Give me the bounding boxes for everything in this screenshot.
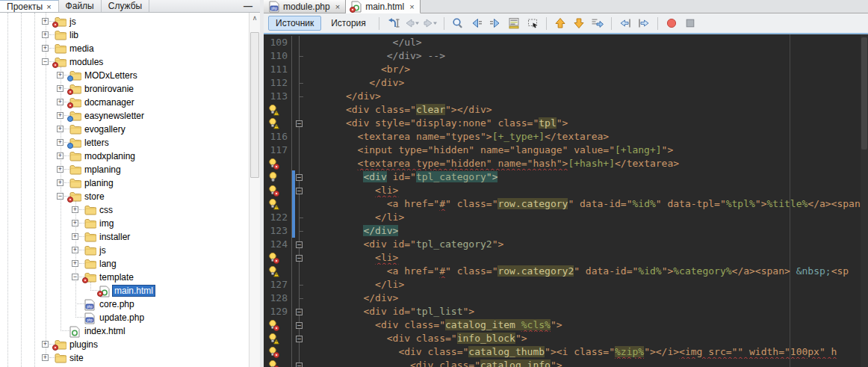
collapse-icon[interactable]: − [42, 58, 49, 65]
history-view-button[interactable]: История [323, 16, 373, 31]
code-line[interactable]: −<div id="tpl_category"> [264, 170, 861, 184]
tree-item-bronirovanie[interactable]: +bronirovanie [0, 82, 249, 96]
expand-icon[interactable]: + [57, 112, 63, 119]
tab-projects[interactable]: Проекты × [0, 0, 59, 12]
rect-select-icon[interactable] [524, 16, 541, 31]
annotation-gutter[interactable] [264, 117, 292, 130]
find-next-icon[interactable] [487, 16, 503, 31]
expand-icon[interactable]: + [57, 179, 63, 186]
code-line[interactable]: 111<br/> [264, 63, 861, 76]
expand-icon[interactable]: + [57, 99, 63, 105]
tree-item-installer[interactable]: +installer [0, 230, 249, 244]
tab-services[interactable]: Службы [102, 0, 149, 12]
code-line[interactable]: <a href="#" class="row.category" data-id… [264, 197, 861, 211]
expand-icon[interactable]: + [42, 354, 49, 361]
code-line[interactable]: −<div class="catalog_info"> [264, 359, 861, 367]
code-line[interactable]: −<li> [264, 184, 861, 197]
code-line[interactable]: −<div style="display:none" class="tpl"> [264, 117, 861, 130]
editor-tab-module-php[interactable]: phpmodule.php× [264, 0, 346, 13]
tree-item-media[interactable]: +media [0, 42, 249, 55]
editor-tab-main-html[interactable]: main.html× [346, 0, 420, 13]
code-line[interactable]: 123</div> [264, 224, 861, 238]
code-line[interactable]: 113</div> [264, 90, 861, 103]
shift-right-icon[interactable] [636, 16, 652, 31]
annotation-gutter[interactable] [264, 345, 292, 359]
expand-icon[interactable]: + [57, 152, 63, 159]
annotation-gutter[interactable] [264, 184, 292, 197]
tree-item-site[interactable]: +site [0, 351, 249, 365]
tree-item-css[interactable]: +css [0, 203, 249, 217]
prev-bookmark-icon[interactable] [552, 16, 568, 31]
expand-icon[interactable]: + [72, 247, 78, 253]
code-line[interactable]: −<li> [264, 251, 861, 265]
next-usage-icon[interactable] [589, 16, 606, 31]
shift-left-icon[interactable] [617, 16, 633, 31]
annotation-gutter[interactable] [264, 157, 292, 170]
annotation-gutter[interactable] [264, 197, 292, 211]
tree-item-main-html[interactable]: main.html [0, 284, 249, 297]
code-line[interactable]: <a href="#" class="row.category2" data-i… [264, 265, 861, 278]
tree-item-letters[interactable]: +letters [0, 136, 249, 149]
expand-icon[interactable]: + [72, 206, 78, 213]
expand-icon[interactable]: + [57, 72, 63, 78]
code-line[interactable]: 116<textarea name="types">[+_type+]</tex… [264, 130, 861, 144]
annotation-gutter[interactable] [264, 170, 292, 184]
code-line[interactable]: −<div class="info_block"> [264, 332, 861, 345]
tree-item-js[interactable]: +js [0, 15, 249, 28]
tree-item-docmanager[interactable]: +docmanager [0, 96, 249, 109]
code-line[interactable]: 124−<div id="tpl_category2"> [264, 238, 861, 251]
tree-item-core-php[interactable]: phpcore.php [0, 297, 249, 311]
source-view-button[interactable]: Источник [268, 16, 321, 31]
fold-collapse-icon[interactable]: − [296, 188, 303, 194]
fold-collapse-icon[interactable]: − [296, 322, 303, 329]
code-line[interactable]: 117<input type="hidden" name="language" … [264, 144, 861, 157]
code-line[interactable]: <div class="clear"></div> [264, 103, 861, 117]
annotation-gutter[interactable] [264, 359, 292, 367]
expand-icon[interactable]: + [57, 139, 63, 146]
tree-item-lang[interactable]: +lang [0, 257, 249, 271]
tree-item-index-html[interactable]: index.html [0, 324, 249, 338]
next-bookmark-icon[interactable] [571, 16, 587, 31]
code-editor[interactable]: 109</ul>110</div> -->111<br/>112</div>11… [264, 34, 868, 367]
tree-item-update-php[interactable]: phpupdate.php [0, 311, 249, 324]
expand-icon[interactable]: + [57, 85, 63, 92]
code-line[interactable]: 122</li> [264, 211, 861, 224]
expand-icon[interactable]: + [72, 220, 78, 226]
find-icon[interactable] [450, 16, 466, 31]
tree-item-modxletters[interactable]: +MODxLetters [0, 69, 249, 82]
code-line[interactable]: 112</div> [264, 76, 861, 90]
fold-collapse-icon[interactable]: − [296, 174, 303, 181]
fold-collapse-icon[interactable]: − [296, 120, 303, 127]
editor-scrollbar[interactable] [861, 34, 868, 367]
tree-item-template[interactable]: −template [0, 271, 249, 284]
annotation-gutter[interactable] [264, 251, 292, 265]
code-line[interactable]: 127</li> [264, 278, 861, 292]
tree-item-modxplaning[interactable]: +modxplaning [0, 149, 249, 163]
tree-item-modules[interactable]: −modules [0, 55, 249, 69]
expand-icon[interactable]: + [57, 166, 63, 173]
tab-files[interactable]: Файлы [59, 0, 102, 12]
expand-icon[interactable]: + [72, 233, 78, 240]
code-line[interactable]: 128</div> [264, 292, 861, 305]
scroll-up-icon[interactable]: ∧ [249, 13, 260, 24]
back-icon[interactable] [403, 16, 420, 31]
code-line[interactable]: <textarea type="hidden" name="hash">[+ha… [264, 157, 861, 170]
tree-scrollbar[interactable]: ∧ [249, 13, 260, 367]
expand-icon[interactable]: + [57, 126, 63, 132]
code-line[interactable]: 110</div> --> [264, 49, 861, 63]
tree-item-js[interactable]: +js [0, 244, 249, 257]
expand-icon[interactable]: + [42, 45, 49, 52]
bulb-error-icon[interactable] [267, 360, 279, 367]
code-line[interactable]: 109</ul> [264, 36, 861, 49]
tab-close-icon[interactable]: × [46, 2, 51, 11]
tree-scrollbar-thumb[interactable] [250, 32, 259, 178]
tree-item-plugins[interactable]: +plugins [0, 338, 249, 351]
close-tab-icon[interactable]: × [409, 2, 414, 11]
tree-item-mplaning[interactable]: +mplaning [0, 163, 249, 176]
fold-collapse-icon[interactable]: − [296, 363, 303, 367]
fold-collapse-icon[interactable]: − [296, 241, 303, 248]
find-prev-icon[interactable] [468, 16, 485, 31]
tree-item-img[interactable]: +img [0, 217, 249, 230]
expand-icon[interactable]: + [72, 260, 78, 267]
expand-icon[interactable]: + [42, 18, 49, 25]
